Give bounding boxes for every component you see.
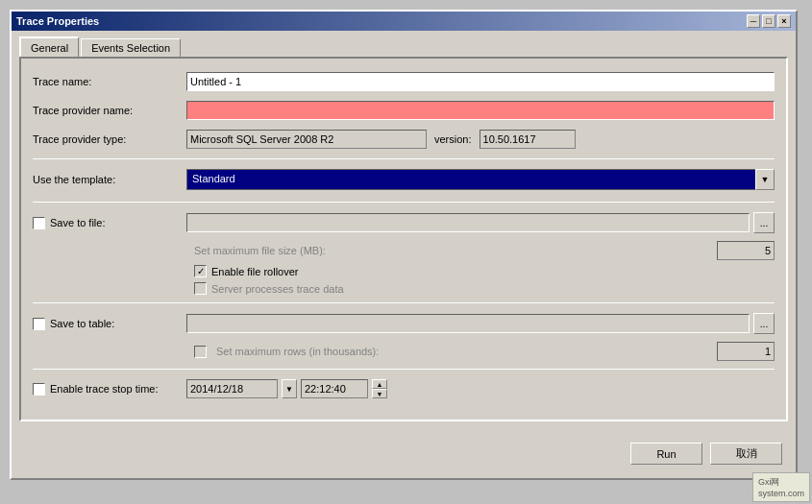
trace-provider-name-row: Trace provider name: xyxy=(33,101,775,120)
save-to-table-checkbox[interactable] xyxy=(33,318,45,330)
max-rows-row: Set maximum rows (in thousands): xyxy=(194,342,775,361)
trace-provider-type-row: Trace provider type: version: xyxy=(33,130,775,149)
save-to-file-checkbox-label: Save to file: xyxy=(33,217,186,229)
close-button[interactable]: × xyxy=(777,14,791,28)
date-dropdown-arrow[interactable]: ▼ xyxy=(282,379,297,398)
max-rows-option-row: Set maximum rows (in thousands): xyxy=(194,346,717,358)
save-to-file-input[interactable] xyxy=(186,213,750,232)
trace-provider-name-label: Trace provider name: xyxy=(33,105,186,116)
save-to-table-row: Save to table: ... xyxy=(33,313,775,334)
table-sub-options: Set maximum rows (in thousands): xyxy=(194,342,775,361)
max-file-size-row: Set maximum file size (MB): xyxy=(194,241,775,260)
watermark: Gxi网system.com xyxy=(752,472,810,502)
max-file-size-input[interactable] xyxy=(717,241,775,260)
maximize-button[interactable]: □ xyxy=(762,14,775,28)
trace-provider-name-input[interactable] xyxy=(186,101,775,120)
trace-provider-type-input xyxy=(186,130,427,149)
divider-3 xyxy=(33,302,775,303)
window-controls: ─ □ × xyxy=(747,14,791,28)
save-to-file-input-group: ... xyxy=(186,212,775,233)
stop-date-input[interactable] xyxy=(186,379,278,398)
save-to-file-checkbox[interactable] xyxy=(33,217,45,229)
minimize-button[interactable]: ─ xyxy=(747,14,760,28)
run-button[interactable]: Run xyxy=(630,443,702,465)
divider-1 xyxy=(33,158,775,159)
save-to-file-browse-button[interactable]: ... xyxy=(753,212,775,233)
template-row: Use the template: Standard ▼ xyxy=(33,169,775,190)
use-template-label: Use the template: xyxy=(33,174,186,185)
tab-content-general: Trace name: Trace provider name: Trace p… xyxy=(19,57,788,421)
trace-stop-time-checkbox-label: Enable trace stop time: xyxy=(33,383,186,396)
template-select-wrapper: Standard ▼ xyxy=(186,169,775,190)
server-processes-row: Server processes trace data xyxy=(194,282,775,295)
trace-stop-time-checkbox[interactable] xyxy=(33,383,45,396)
cancel-button[interactable]: 取消 xyxy=(710,443,782,465)
tab-general[interactable]: General xyxy=(19,36,79,57)
max-file-size-label: Set maximum file size (MB): xyxy=(194,245,717,256)
server-processes-label: Server processes trace data xyxy=(211,283,344,295)
stop-time-input[interactable] xyxy=(301,379,368,398)
template-select-value[interactable]: Standard xyxy=(186,169,775,190)
trace-stop-time-label: Enable trace stop time: xyxy=(50,383,159,395)
trace-name-input[interactable] xyxy=(186,72,775,91)
bottom-button-bar: Run 取消 xyxy=(630,443,782,465)
save-to-table-input[interactable] xyxy=(186,314,750,333)
save-to-table-checkbox-label: Save to table: xyxy=(33,318,186,330)
enable-file-rollover-checkbox[interactable] xyxy=(194,265,207,277)
template-dropdown-arrow[interactable]: ▼ xyxy=(755,169,775,190)
save-to-table-input-group: ... xyxy=(186,313,775,334)
divider-2 xyxy=(33,202,775,203)
browse-icon: ... xyxy=(760,218,768,228)
trace-provider-type-label: Trace provider type: xyxy=(33,133,186,145)
enable-file-rollover-row: Enable file rollover xyxy=(194,265,775,277)
title-bar: Trace Properties ─ □ × xyxy=(12,12,796,31)
browse-table-icon: ... xyxy=(760,319,768,329)
window-body: General Events Selection Trace name: Tra… xyxy=(12,31,796,427)
save-to-file-row: Save to file: ... xyxy=(33,212,775,233)
enable-file-rollover-label: Enable file rollover xyxy=(211,266,299,277)
divider-4 xyxy=(33,369,775,370)
max-rows-checkbox[interactable] xyxy=(194,346,207,358)
tab-bar: General Events Selection xyxy=(19,36,788,57)
trace-properties-window: Trace Properties ─ □ × General Events Se… xyxy=(10,10,798,480)
trace-name-row: Trace name: xyxy=(33,72,775,91)
trace-name-label: Trace name: xyxy=(33,76,186,87)
server-processes-checkbox[interactable] xyxy=(194,282,207,295)
tab-events-selection[interactable]: Events Selection xyxy=(81,38,181,57)
save-to-table-label: Save to table: xyxy=(50,318,114,329)
version-label: version: xyxy=(434,133,472,145)
version-group: version: xyxy=(186,130,775,149)
time-spinner: ▲ ▼ xyxy=(372,379,387,398)
save-to-file-label: Save to file: xyxy=(50,217,105,228)
window-title: Trace Properties xyxy=(16,15,99,27)
trace-stop-time-row: Enable trace stop time: ▼ ▲ ▼ xyxy=(33,379,775,398)
file-sub-options: Set maximum file size (MB): Enable file … xyxy=(194,241,775,295)
max-rows-input[interactable] xyxy=(717,342,775,361)
max-rows-label: Set maximum rows (in thousands): xyxy=(216,346,379,357)
time-down-arrow[interactable]: ▼ xyxy=(372,389,387,398)
datetime-group: ▼ ▲ ▼ xyxy=(186,379,387,398)
time-up-arrow[interactable]: ▲ xyxy=(372,379,387,389)
version-input xyxy=(480,130,576,149)
save-to-table-browse-button[interactable]: ... xyxy=(753,313,775,334)
